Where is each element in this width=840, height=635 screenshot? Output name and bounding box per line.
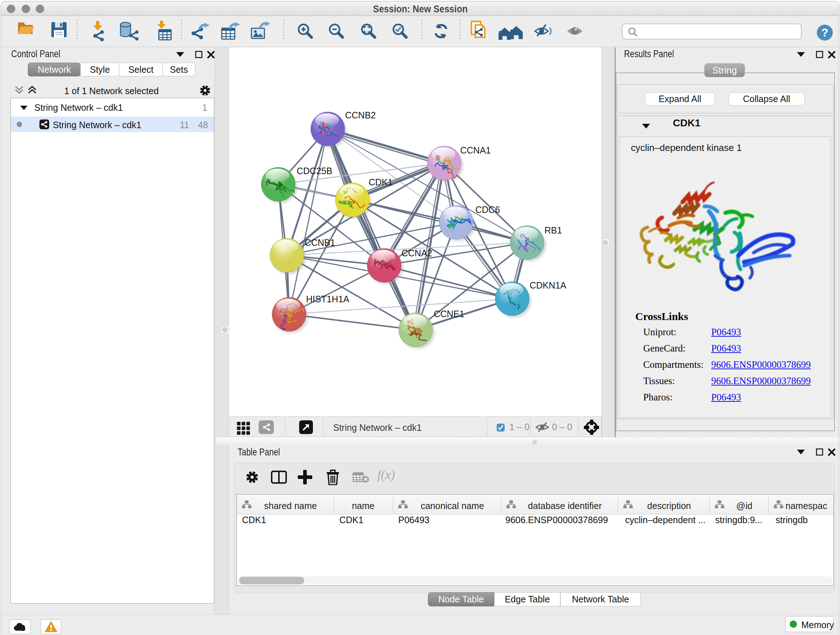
svg-text:CDK1: CDK1 xyxy=(369,177,393,187)
svg-text:HIST1H1A: HIST1H1A xyxy=(306,294,349,304)
svg-text:CCNA2: CCNA2 xyxy=(401,248,432,258)
svg-text:CCNE1: CCNE1 xyxy=(434,309,464,319)
svg-text:CDC25B: CDC25B xyxy=(297,166,332,176)
svg-text:CCNA1: CCNA1 xyxy=(460,145,491,155)
svg-text:CCNB2: CCNB2 xyxy=(345,110,376,120)
svg-text:RB1: RB1 xyxy=(545,225,562,235)
svg-text:CCNB1: CCNB1 xyxy=(305,238,335,248)
svg-text:CDKN1A: CDKN1A xyxy=(530,280,567,290)
svg-text:CDC6: CDC6 xyxy=(475,204,500,215)
